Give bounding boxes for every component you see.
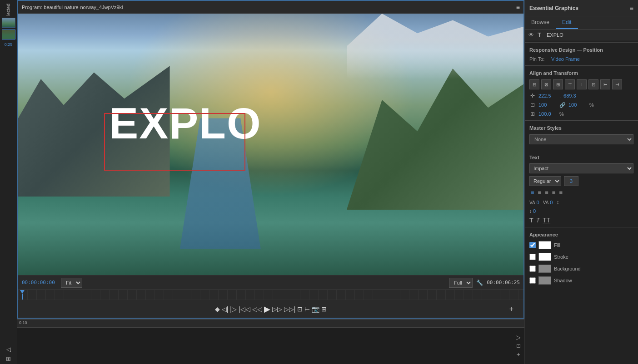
scrubber-head[interactable] bbox=[20, 290, 25, 300]
align-justify-text-btn[interactable]: ≡ bbox=[551, 189, 557, 197]
insert-btn[interactable]: ⊡ bbox=[296, 305, 304, 314]
transport-row: ◆ ◁| |▷ |◁◁ ◁◁ ▶ ▷▷ ▷▷| ⊡ ⊢ 📷 ⊞ + bbox=[21, 303, 521, 315]
position-separator: , bbox=[559, 93, 561, 98]
jump-start-btn[interactable]: |◁◁ bbox=[238, 305, 251, 314]
align-center-text-btn[interactable]: ≡ bbox=[537, 189, 543, 197]
shadow-checkbox[interactable] bbox=[529, 277, 536, 284]
mark-btn-1[interactable]: ◁| bbox=[221, 305, 229, 314]
timeline-ruler: 0:10 bbox=[17, 320, 524, 328]
zoom-to-fit-icon[interactable]: ⊡ bbox=[516, 343, 521, 349]
step-back-btn[interactable]: ◁◁ bbox=[251, 305, 263, 314]
mark-btn-2[interactable]: |▷ bbox=[229, 305, 238, 314]
rotation-row: ⊞ 100.0 % bbox=[525, 109, 638, 118]
export-frame-btn[interactable]: ⊞ bbox=[320, 305, 328, 314]
align-top-btn[interactable]: ⊤ bbox=[565, 79, 575, 89]
rotation-icon: ⊞ bbox=[529, 111, 536, 117]
font-family-row: Impact bbox=[525, 162, 638, 175]
divider-3 bbox=[525, 120, 638, 121]
font-family-select[interactable]: Impact bbox=[529, 163, 633, 173]
arrow-right-icon[interactable]: ▷ bbox=[516, 334, 521, 341]
timeline-scrubber[interactable] bbox=[18, 290, 523, 300]
italic-btn[interactable]: T bbox=[536, 216, 540, 224]
step-fwd-btn[interactable]: ▷▷ bbox=[271, 305, 283, 314]
camera-btn[interactable]: 📷 bbox=[311, 305, 320, 314]
stroke-checkbox[interactable] bbox=[529, 254, 536, 260]
position-row: ✛ 222.5 , 689.3 bbox=[525, 91, 638, 100]
mark-in-btn[interactable]: ◆ bbox=[214, 305, 221, 314]
scrubber-triangle bbox=[20, 290, 25, 294]
scale-h-value[interactable]: 100 bbox=[568, 102, 587, 108]
align-left-btn[interactable]: ⊟ bbox=[529, 79, 539, 89]
tab-browse[interactable]: Browse bbox=[525, 16, 556, 29]
jump-end-btn[interactable]: ▷▷| bbox=[283, 305, 297, 314]
font-style-row: Regular bbox=[525, 175, 638, 187]
stroke-row: Stroke bbox=[525, 251, 638, 263]
tracking-item: VA 0 bbox=[543, 200, 553, 205]
bold-btn[interactable]: T bbox=[529, 216, 533, 224]
wrench-icon[interactable]: 🔧 bbox=[476, 280, 483, 286]
tracking-label: VA bbox=[543, 200, 549, 205]
position-x-value[interactable]: 222.5 bbox=[538, 93, 557, 98]
background-checkbox[interactable] bbox=[529, 266, 536, 272]
side-icon-1[interactable]: ◁ bbox=[6, 346, 11, 353]
shadow-color-swatch[interactable] bbox=[538, 276, 551, 285]
fill-checkbox[interactable] bbox=[529, 242, 536, 248]
pin-to-value[interactable]: Video Frame bbox=[551, 56, 580, 62]
appearance-section-header: Appearance bbox=[525, 229, 638, 239]
background-color-swatch[interactable] bbox=[538, 265, 551, 273]
panel-content: 👁 T EXPLO Responsive Design — Position P… bbox=[525, 30, 638, 364]
align-right-btn[interactable]: ⊞ bbox=[553, 79, 563, 89]
tracking-value[interactable]: 0 bbox=[550, 200, 553, 205]
line-spacing-label: ↕ bbox=[529, 209, 532, 214]
timecode-end: 00:00:06:25 bbox=[487, 280, 520, 285]
align-bottom-btn[interactable]: ⊡ bbox=[588, 79, 598, 89]
scrubber-line bbox=[22, 294, 23, 300]
side-icon-2[interactable]: ⊞ bbox=[6, 355, 11, 362]
panel-menu-icon[interactable]: ≡ bbox=[630, 5, 633, 12]
shadow-row: Shadow bbox=[525, 275, 638, 286]
position-y-value[interactable]: 689.3 bbox=[563, 93, 582, 98]
scale-pct: % bbox=[589, 102, 594, 108]
panel-tabs: Browse Edit bbox=[525, 16, 638, 30]
fill-color-swatch[interactable] bbox=[538, 241, 551, 249]
timeline-area: 0:10 ▷ ⊡ + bbox=[17, 319, 524, 364]
align-center-v-btn[interactable]: ⊥ bbox=[577, 79, 587, 89]
monitor-menu-icon[interactable]: ≡ bbox=[516, 4, 520, 11]
selected-label: lected bbox=[6, 4, 11, 16]
overwrite-btn[interactable]: ⊢ bbox=[304, 305, 311, 314]
font-size-input[interactable] bbox=[564, 176, 578, 186]
dist-h-btn[interactable]: ⊢ bbox=[600, 79, 610, 89]
scale-w-value[interactable]: 100 bbox=[538, 102, 557, 108]
fit-dropdown[interactable]: Fit bbox=[61, 278, 82, 288]
leading-icon[interactable]: ↕ bbox=[556, 199, 559, 206]
align-justify-all-text-btn[interactable]: ≡ bbox=[558, 189, 564, 197]
essential-graphics-panel: Essential Graphics ≡ Browse Edit 👁 T EXP… bbox=[524, 0, 638, 364]
scrubber-track[interactable] bbox=[18, 290, 523, 300]
dist-v-btn[interactable]: ⊣ bbox=[612, 79, 622, 89]
tab-edit[interactable]: Edit bbox=[556, 16, 578, 29]
scale-icon: ⊡ bbox=[529, 102, 536, 108]
stroke-color-swatch[interactable] bbox=[538, 253, 551, 261]
divider-1 bbox=[525, 42, 638, 43]
add-btn[interactable]: + bbox=[509, 305, 513, 313]
master-styles-select[interactable]: None bbox=[529, 134, 633, 144]
quality-dropdown[interactable]: Full bbox=[449, 278, 473, 288]
rotation-value[interactable]: 100.0 bbox=[538, 111, 557, 117]
layer-name[interactable]: EXPLO bbox=[547, 32, 634, 38]
layer-eye-icon[interactable]: 👁 bbox=[528, 32, 535, 38]
play-btn[interactable]: ▶ bbox=[263, 303, 271, 315]
thumbnail-1[interactable] bbox=[2, 18, 15, 28]
position-icon: ✛ bbox=[529, 93, 536, 99]
align-right-text-btn[interactable]: ≡ bbox=[543, 189, 550, 197]
underline-btn[interactable]: TT bbox=[543, 216, 550, 224]
kerning-value[interactable]: 0 bbox=[537, 200, 539, 205]
align-left-text-btn[interactable]: ≡ bbox=[529, 189, 536, 197]
thumbnail-2[interactable] bbox=[2, 30, 15, 39]
lock-icon[interactable]: 🔗 bbox=[559, 102, 566, 108]
font-style-select[interactable]: Regular bbox=[529, 176, 561, 186]
fill-row: Fill bbox=[525, 239, 638, 251]
add-track-icon[interactable]: + bbox=[516, 351, 520, 358]
transport-controls: ◆ ◁| |▷ |◁◁ ◁◁ ▶ ▷▷ ▷▷| ⊡ ⊢ 📷 ⊞ + bbox=[18, 300, 523, 318]
line-spacing-value[interactable]: 0 bbox=[533, 208, 536, 214]
align-center-h-btn[interactable]: ⊠ bbox=[541, 79, 551, 89]
